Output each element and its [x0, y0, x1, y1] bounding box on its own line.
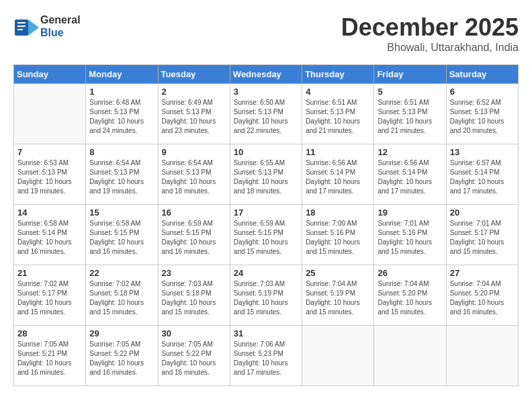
- calendar-cell: 16Sunrise: 6:59 AMSunset: 5:15 PMDayligh…: [158, 205, 230, 265]
- day-info: Sunrise: 6:54 AMSunset: 5:13 PMDaylight:…: [162, 158, 226, 196]
- day-info: Sunrise: 7:06 AMSunset: 5:23 PMDaylight:…: [234, 340, 298, 377]
- day-number: 22: [89, 268, 154, 278]
- calendar-cell: 23Sunrise: 7:03 AMSunset: 5:18 PMDayligh…: [158, 265, 230, 326]
- calendar-cell: 15Sunrise: 6:58 AMSunset: 5:15 PMDayligh…: [86, 205, 158, 265]
- day-info: Sunrise: 7:01 AMSunset: 5:16 PMDaylight:…: [378, 219, 442, 257]
- location-subtitle: Bhowali, Uttarakhand, India: [341, 42, 519, 54]
- calendar-week-row: 7Sunrise: 6:53 AMSunset: 5:13 PMDaylight…: [14, 144, 519, 205]
- day-number: 28: [17, 328, 82, 338]
- calendar-cell: 25Sunrise: 7:04 AMSunset: 5:19 PMDayligh…: [302, 265, 374, 326]
- calendar-cell: 27Sunrise: 7:04 AMSunset: 5:20 PMDayligh…: [446, 265, 518, 326]
- logo-icon: [13, 14, 38, 38]
- logo-general: General: [40, 13, 81, 26]
- calendar-week-row: 21Sunrise: 7:02 AMSunset: 5:17 PMDayligh…: [14, 265, 519, 326]
- svg-rect-4: [17, 29, 23, 30]
- day-info: Sunrise: 6:59 AMSunset: 5:15 PMDaylight:…: [234, 219, 298, 257]
- calendar-cell: 4Sunrise: 6:51 AMSunset: 5:13 PMDaylight…: [302, 84, 374, 144]
- day-number: 29: [89, 328, 154, 338]
- calendar-cell: 20Sunrise: 7:01 AMSunset: 5:17 PMDayligh…: [446, 205, 518, 265]
- day-number: 14: [17, 208, 82, 218]
- calendar-cell: 13Sunrise: 6:57 AMSunset: 5:14 PMDayligh…: [446, 144, 518, 205]
- day-number: 18: [306, 208, 370, 218]
- calendar-cell: 26Sunrise: 7:04 AMSunset: 5:20 PMDayligh…: [374, 265, 446, 326]
- day-number: 17: [234, 208, 298, 218]
- calendar-cell: 21Sunrise: 7:02 AMSunset: 5:17 PMDayligh…: [14, 265, 86, 326]
- day-info: Sunrise: 7:00 AMSunset: 5:16 PMDaylight:…: [306, 219, 370, 257]
- svg-rect-3: [17, 26, 26, 27]
- day-number: 23: [162, 268, 226, 278]
- calendar-cell: 22Sunrise: 7:02 AMSunset: 5:18 PMDayligh…: [86, 265, 158, 326]
- day-number: 19: [378, 208, 442, 218]
- day-info: Sunrise: 6:51 AMSunset: 5:13 PMDaylight:…: [378, 98, 442, 136]
- weekday-header: Tuesday: [158, 65, 230, 84]
- day-info: Sunrise: 6:48 AMSunset: 5:13 PMDaylight:…: [89, 98, 154, 136]
- day-number: 4: [306, 87, 370, 97]
- weekday-header: Monday: [86, 65, 158, 84]
- calendar-table: SundayMondayTuesdayWednesdayThursdayFrid…: [13, 64, 519, 386]
- calendar-cell: 14Sunrise: 6:58 AMSunset: 5:14 PMDayligh…: [14, 205, 86, 265]
- weekday-header: Friday: [374, 65, 446, 84]
- logo: General Blue: [13, 13, 81, 39]
- calendar-cell: 1Sunrise: 6:48 AMSunset: 5:13 PMDaylight…: [86, 84, 158, 144]
- day-info: Sunrise: 7:01 AMSunset: 5:17 PMDaylight:…: [450, 219, 515, 257]
- weekday-header: Saturday: [446, 65, 518, 84]
- calendar-cell: [14, 84, 86, 144]
- day-info: Sunrise: 6:51 AMSunset: 5:13 PMDaylight:…: [306, 98, 370, 136]
- calendar-cell: 17Sunrise: 6:59 AMSunset: 5:15 PMDayligh…: [230, 205, 302, 265]
- day-info: Sunrise: 6:59 AMSunset: 5:15 PMDaylight:…: [162, 219, 226, 257]
- calendar-header-row: SundayMondayTuesdayWednesdayThursdayFrid…: [14, 65, 519, 84]
- day-number: 24: [234, 268, 298, 278]
- calendar-cell: 30Sunrise: 7:05 AMSunset: 5:22 PMDayligh…: [158, 326, 230, 386]
- day-info: Sunrise: 7:05 AMSunset: 5:21 PMDaylight:…: [17, 340, 82, 377]
- day-info: Sunrise: 7:03 AMSunset: 5:19 PMDaylight:…: [234, 279, 298, 317]
- day-number: 5: [378, 87, 442, 97]
- svg-marker-1: [28, 19, 39, 36]
- day-info: Sunrise: 7:02 AMSunset: 5:18 PMDaylight:…: [89, 279, 154, 317]
- calendar-cell: [446, 326, 518, 386]
- day-info: Sunrise: 7:05 AMSunset: 5:22 PMDaylight:…: [162, 340, 226, 377]
- day-number: 16: [162, 208, 226, 218]
- day-number: 25: [306, 268, 370, 278]
- day-number: 7: [17, 147, 82, 157]
- calendar-week-row: 14Sunrise: 6:58 AMSunset: 5:14 PMDayligh…: [14, 205, 519, 265]
- day-info: Sunrise: 7:03 AMSunset: 5:18 PMDaylight:…: [162, 279, 226, 317]
- day-number: 8: [89, 147, 154, 157]
- calendar-cell: 29Sunrise: 7:05 AMSunset: 5:22 PMDayligh…: [86, 326, 158, 386]
- day-number: 1: [89, 87, 154, 97]
- day-number: 27: [450, 268, 515, 278]
- calendar-cell: 11Sunrise: 6:56 AMSunset: 5:14 PMDayligh…: [302, 144, 374, 205]
- header: General Blue December 2025 Bhowali, Utta…: [13, 13, 519, 54]
- day-info: Sunrise: 7:04 AMSunset: 5:20 PMDaylight:…: [378, 279, 442, 317]
- day-info: Sunrise: 6:57 AMSunset: 5:14 PMDaylight:…: [450, 158, 515, 196]
- logo-text: General Blue: [40, 13, 81, 39]
- calendar-cell: [374, 326, 446, 386]
- day-info: Sunrise: 6:53 AMSunset: 5:13 PMDaylight:…: [17, 158, 82, 196]
- day-number: 10: [234, 147, 298, 157]
- day-info: Sunrise: 6:49 AMSunset: 5:13 PMDaylight:…: [162, 98, 226, 136]
- day-number: 13: [450, 147, 515, 157]
- day-info: Sunrise: 6:54 AMSunset: 5:13 PMDaylight:…: [89, 158, 154, 196]
- svg-rect-0: [15, 19, 28, 36]
- calendar-cell: 31Sunrise: 7:06 AMSunset: 5:23 PMDayligh…: [230, 326, 302, 386]
- day-number: 26: [378, 268, 442, 278]
- weekday-header: Sunday: [14, 65, 86, 84]
- calendar-cell: 6Sunrise: 6:52 AMSunset: 5:13 PMDaylight…: [446, 84, 518, 144]
- calendar-cell: 28Sunrise: 7:05 AMSunset: 5:21 PMDayligh…: [14, 326, 86, 386]
- calendar-cell: 9Sunrise: 6:54 AMSunset: 5:13 PMDaylight…: [158, 144, 230, 205]
- day-info: Sunrise: 6:52 AMSunset: 5:13 PMDaylight:…: [450, 98, 515, 136]
- calendar-cell: 10Sunrise: 6:55 AMSunset: 5:13 PMDayligh…: [230, 144, 302, 205]
- day-info: Sunrise: 6:58 AMSunset: 5:14 PMDaylight:…: [17, 219, 82, 257]
- day-info: Sunrise: 7:04 AMSunset: 5:20 PMDaylight:…: [450, 279, 515, 317]
- day-info: Sunrise: 6:55 AMSunset: 5:13 PMDaylight:…: [234, 158, 298, 196]
- calendar-cell: 18Sunrise: 7:00 AMSunset: 5:16 PMDayligh…: [302, 205, 374, 265]
- calendar-cell: 7Sunrise: 6:53 AMSunset: 5:13 PMDaylight…: [14, 144, 86, 205]
- day-info: Sunrise: 7:02 AMSunset: 5:17 PMDaylight:…: [17, 279, 82, 317]
- calendar-cell: 5Sunrise: 6:51 AMSunset: 5:13 PMDaylight…: [374, 84, 446, 144]
- day-number: 3: [234, 87, 298, 97]
- calendar-cell: [302, 326, 374, 386]
- day-number: 15: [89, 208, 154, 218]
- calendar-week-row: 1Sunrise: 6:48 AMSunset: 5:13 PMDaylight…: [14, 84, 519, 144]
- calendar-cell: 2Sunrise: 6:49 AMSunset: 5:13 PMDaylight…: [158, 84, 230, 144]
- calendar-cell: 8Sunrise: 6:54 AMSunset: 5:13 PMDaylight…: [86, 144, 158, 205]
- month-title: December 2025: [341, 13, 519, 42]
